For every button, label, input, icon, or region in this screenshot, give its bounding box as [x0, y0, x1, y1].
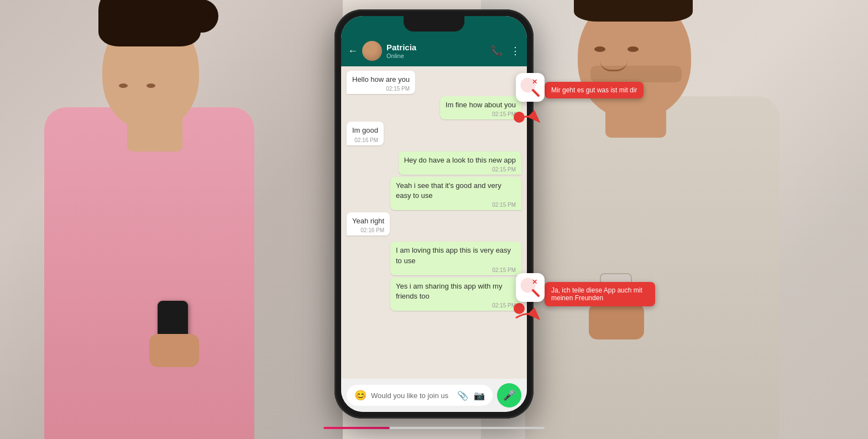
- translation-text-bottom: Ja, ich teile diese App auch mit meinen …: [545, 282, 655, 306]
- msg-text-3: Im good: [352, 126, 378, 135]
- message-8: Yes i am sharing this app with my friend…: [390, 278, 521, 311]
- msg-text-2: Im fine how about you: [446, 100, 516, 110]
- translation-text-top: Mir geht es gut was ist mit dir: [545, 82, 644, 98]
- msg-time-8: 02:15 PM: [396, 302, 516, 309]
- emoji-icon[interactable]: 😊: [354, 389, 367, 401]
- chat-area: Hello how are you 02:15 PM Im fine how a…: [341, 66, 527, 379]
- phone-screen: ← Patricia Online 📞 ⋮ Hello how are you …: [341, 16, 527, 412]
- attachment-icon[interactable]: 📎: [457, 390, 468, 401]
- msg-time-6: 02:16 PM: [352, 227, 384, 233]
- msg-time-3: 02:16 PM: [352, 137, 378, 143]
- msg-text-7: I am loving this app this is very easy t…: [396, 245, 516, 265]
- msg-time-5: 02:15 PM: [396, 202, 516, 208]
- contact-status: Online: [386, 53, 486, 59]
- message-2: Im fine how about you 02:15 PM: [440, 96, 521, 119]
- mic-button[interactable]: 🎤: [497, 383, 521, 407]
- contact-name: Patricia: [386, 43, 486, 53]
- message-7: I am loving this app this is very easy t…: [390, 242, 521, 275]
- message-1: Hello how are you 02:15 PM: [347, 71, 415, 94]
- msg-time-7: 02:15 PM: [396, 267, 516, 273]
- msg-time-1: 02:15 PM: [352, 86, 410, 92]
- message-5: Yeah i see that it's good and very easy …: [390, 177, 521, 210]
- contact-avatar: [362, 41, 382, 61]
- contact-info: Patricia Online: [386, 43, 486, 59]
- phone-mockup: ← Patricia Online 📞 ⋮ Hello how are you …: [334, 9, 534, 419]
- message-6: Yeah right 02:16 PM: [347, 212, 390, 236]
- svg-line-1: [533, 90, 538, 96]
- translate-app-icon-bottom[interactable]: ✕: [516, 273, 545, 302]
- background-right: [481, 0, 868, 439]
- progress-bar-fill: [323, 427, 390, 429]
- translate-arrow-bottom: [513, 307, 541, 331]
- message-4: Hey do have a look to this new app 02:15…: [399, 151, 521, 175]
- input-attachment-icons: 📎 📷: [457, 390, 485, 401]
- msg-text-5: Yeah i see that it's good and very easy …: [396, 181, 516, 201]
- svg-text:✕: ✕: [532, 278, 537, 286]
- phone-notch: [404, 16, 464, 32]
- translate-arrow-top: [513, 109, 541, 134]
- camera-icon[interactable]: 📷: [474, 390, 485, 401]
- call-icon[interactable]: 📞: [490, 45, 503, 57]
- msg-text-1: Hello how are you: [352, 75, 410, 85]
- msg-text-4: Hey do have a look to this new app: [404, 155, 516, 165]
- more-options-icon[interactable]: ⋮: [510, 45, 520, 57]
- svg-text:✕: ✕: [532, 78, 537, 86]
- translate-app-icon-top[interactable]: ✕: [516, 73, 545, 102]
- msg-time-4: 02:15 PM: [404, 166, 516, 173]
- background-left: [0, 0, 343, 439]
- input-box[interactable]: 😊 Would you like to join us 📎 📷: [347, 385, 493, 406]
- msg-time-2: 02:15 PM: [446, 111, 516, 117]
- header-icons: 📞 ⋮: [490, 45, 520, 57]
- msg-text-6: Yeah right: [352, 216, 384, 226]
- input-area: 😊 Would you like to join us 📎 📷 🎤: [341, 379, 527, 412]
- msg-text-8: Yes i am sharing this app with my friend…: [396, 281, 516, 301]
- input-placeholder[interactable]: Would you like to join us: [371, 391, 453, 400]
- svg-line-4: [533, 290, 538, 296]
- back-button[interactable]: ←: [348, 45, 358, 57]
- progress-bar-container: [323, 427, 545, 429]
- message-3: Im good 02:16 PM: [347, 122, 384, 145]
